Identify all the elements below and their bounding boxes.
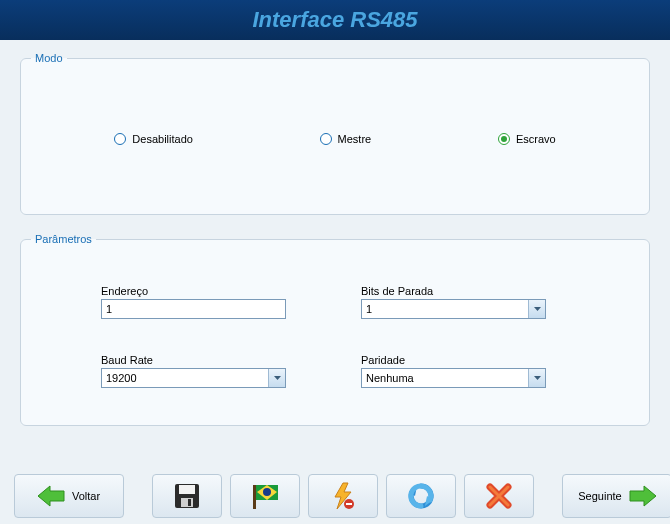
chevron-down-icon	[268, 369, 285, 387]
select-stopbits[interactable]: 1	[361, 299, 546, 319]
flag-icon	[249, 482, 281, 510]
next-button[interactable]: Seguinte	[562, 474, 670, 518]
language-button[interactable]	[230, 474, 300, 518]
page-title: Interface RS485	[252, 7, 417, 33]
svg-rect-7	[188, 499, 191, 506]
radio-icon	[320, 133, 332, 145]
field-endereco: Endereço	[101, 285, 291, 336]
radio-label: Desabilitado	[132, 133, 193, 145]
refresh-icon	[407, 482, 435, 510]
radio-desabilitado[interactable]: Desabilitado	[114, 133, 193, 145]
svg-point-11	[263, 488, 271, 496]
cancel-button[interactable]	[464, 474, 534, 518]
modo-body: Desabilitado Mestre Escravo	[21, 64, 649, 214]
label-baud: Baud Rate	[101, 354, 291, 366]
svg-marker-3	[38, 486, 64, 506]
back-button[interactable]: Voltar	[14, 474, 124, 518]
refresh-button[interactable]	[386, 474, 456, 518]
radio-icon	[498, 133, 510, 145]
label-stopbits: Bits de Parada	[361, 285, 551, 297]
save-button[interactable]	[152, 474, 222, 518]
svg-marker-17	[630, 486, 656, 506]
arrow-left-icon	[38, 485, 66, 507]
radio-escravo[interactable]: Escravo	[498, 133, 556, 145]
parametros-group: Parâmetros Endereço Bits de Parada 1 Bau…	[20, 233, 650, 426]
radio-icon	[114, 133, 126, 145]
content-area: Modo Desabilitado Mestre Escravo Parâmet…	[0, 40, 670, 448]
label-endereco: Endereço	[101, 285, 291, 297]
field-stopbits: Bits de Parada 1	[361, 285, 551, 336]
parametros-legend: Parâmetros	[31, 233, 96, 245]
back-label: Voltar	[72, 490, 100, 502]
select-value: 1	[362, 300, 528, 318]
input-endereco[interactable]	[101, 299, 286, 319]
svg-marker-0	[534, 307, 541, 311]
select-value: 19200	[102, 369, 268, 387]
radio-label: Mestre	[338, 133, 372, 145]
modo-group: Modo Desabilitado Mestre Escravo	[20, 52, 650, 215]
modo-legend: Modo	[31, 52, 67, 64]
select-paridade[interactable]: Nenhuma	[361, 368, 546, 388]
svg-marker-1	[274, 376, 281, 380]
svg-marker-2	[534, 376, 541, 380]
field-paridade: Paridade Nenhuma	[361, 354, 551, 405]
arrow-right-icon	[628, 485, 656, 507]
svg-rect-14	[346, 503, 352, 505]
floppy-icon	[173, 482, 201, 510]
svg-rect-5	[179, 485, 195, 494]
page-header: Interface RS485	[0, 0, 670, 40]
label-paridade: Paridade	[361, 354, 551, 366]
svg-rect-8	[253, 485, 256, 509]
select-value: Nenhuma	[362, 369, 528, 387]
close-icon	[486, 483, 512, 509]
chevron-down-icon	[528, 369, 545, 387]
field-baud: Baud Rate 19200	[101, 354, 291, 405]
svg-rect-6	[181, 498, 193, 507]
lightning-icon	[331, 482, 355, 510]
radio-label: Escravo	[516, 133, 556, 145]
flash-button[interactable]	[308, 474, 378, 518]
next-label: Seguinte	[578, 490, 621, 502]
select-baud[interactable]: 19200	[101, 368, 286, 388]
chevron-down-icon	[528, 300, 545, 318]
radio-mestre[interactable]: Mestre	[320, 133, 372, 145]
bottom-toolbar: Voltar	[0, 468, 670, 524]
param-body: Endereço Bits de Parada 1 Baud Rate 1920…	[21, 245, 649, 425]
